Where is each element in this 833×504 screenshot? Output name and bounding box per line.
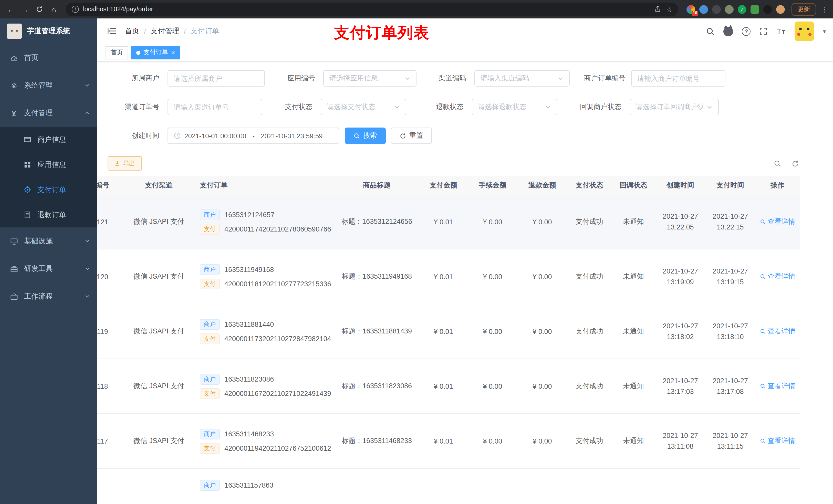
pay-status-select[interactable]: 请选择支付状态 <box>321 99 406 115</box>
col-actions: 操作 <box>755 181 800 190</box>
cell-paid: 2021-10-2713:22:15 <box>706 211 755 233</box>
page-annotation: 支付订单列表 <box>334 23 429 44</box>
create-time-range-picker[interactable]: 2021-10-01 00:00:00 - 2021-10-31 23:59:5… <box>168 127 339 144</box>
browser-reload-button[interactable] <box>33 3 46 16</box>
view-detail-link[interactable]: 查看详情 <box>760 217 795 226</box>
view-detail-link[interactable]: 查看详情 <box>760 382 795 391</box>
app: 芋道管理系统 首页 系统管理 ¥ 支付管理 商户信息 <box>0 19 833 504</box>
extension-icon-pinwheel[interactable] <box>763 5 772 14</box>
notify-status-placeholder: 请选择订单回调商户状态 <box>636 102 704 112</box>
logo-title: 芋道管理系统 <box>27 27 70 36</box>
merchant-select[interactable] <box>168 70 265 87</box>
breadcrumb-separator: / <box>144 27 146 35</box>
user-avatar[interactable] <box>795 22 814 41</box>
table-row: 118 微信 JSAPI 支付 商户1635311823086 支付420000… <box>97 359 800 414</box>
logo[interactable]: 芋道管理系统 <box>0 19 97 44</box>
refund-status-select[interactable]: 请选择退款状态 <box>472 99 557 115</box>
chrome-update-button[interactable]: 更新 <box>791 3 816 16</box>
yen-icon: ¥ <box>10 109 18 118</box>
tab-pay-order[interactable]: 支付订单 × <box>131 46 180 59</box>
url-text: localhost:1024/pay/order <box>83 6 650 13</box>
bookmark-star-icon[interactable]: ☆ <box>667 5 672 13</box>
chevron-down-icon <box>85 265 90 273</box>
sidebar-item-infra[interactable]: 基础设施 <box>0 227 97 255</box>
sidebar-item-merchant-info[interactable]: 商户信息 <box>0 127 97 152</box>
notify-status-select[interactable]: 请选择订单回调商户状态 <box>629 99 719 115</box>
pay-status-label: 支付状态 <box>278 102 321 112</box>
sidebar-item-pay-order[interactable]: 支付订单 <box>0 177 97 202</box>
cell-title: 标题：1635311949168 <box>335 272 419 281</box>
merchant-input[interactable] <box>174 74 259 82</box>
cell-created: 2021-10-2713:18:02 <box>655 321 706 342</box>
export-button[interactable]: 导出 <box>108 156 142 171</box>
merchant-order-no-input[interactable] <box>637 74 719 82</box>
sidebar-item-dev-tools[interactable]: 研发工具 <box>0 255 97 283</box>
refresh-table-icon[interactable] <box>791 160 799 167</box>
view-detail-link[interactable]: 查看详情 <box>760 327 795 336</box>
channel-code-select[interactable]: 请输入渠道编码 <box>474 70 570 87</box>
search-button[interactable]: 搜索 <box>345 127 386 144</box>
github-icon[interactable] <box>723 26 733 36</box>
browser-forward-button[interactable]: → <box>19 3 32 16</box>
cell-fee: ¥ 0.00 <box>468 273 518 281</box>
toggle-search-icon[interactable] <box>774 160 781 167</box>
gear-icon <box>10 82 18 89</box>
channel-order-no-field[interactable] <box>168 99 262 115</box>
view-detail-link[interactable]: 查看详情 <box>760 272 795 281</box>
site-info-icon[interactable]: i <box>72 6 79 13</box>
channel-order-no-input[interactable] <box>174 103 256 111</box>
sidebar-item-refund-order[interactable]: 退款订单 <box>0 202 97 227</box>
detail-search-icon <box>760 273 766 280</box>
browser-back-button[interactable]: ← <box>4 3 18 16</box>
toolbox-icon <box>10 265 18 273</box>
pay-status-placeholder: 请选择支付状态 <box>327 102 391 112</box>
avatar-caret-icon[interactable]: ▾ <box>823 28 826 34</box>
extension-icon-blue-drop[interactable] <box>699 5 708 14</box>
col-status: 支付状态 <box>567 181 612 190</box>
font-size-icon[interactable] <box>777 27 786 35</box>
pay-tag: 支付 <box>200 443 220 454</box>
col-title: 商品标题 <box>335 181 419 190</box>
merchant-tag: 商户 <box>200 209 220 220</box>
create-time-label: 创建时间 <box>113 131 168 140</box>
fullscreen-icon[interactable] <box>760 27 768 35</box>
search-icon[interactable] <box>706 27 715 35</box>
cell-id: 117 <box>97 437 120 445</box>
tab-home[interactable]: 首页 <box>105 46 128 59</box>
sidebar-item-label: 支付管理 <box>24 109 53 118</box>
breadcrumb-home[interactable]: 首页 <box>125 27 139 36</box>
table-row-partial: 商户1635311157863 <box>97 469 800 504</box>
notify-status-label: 回调商户状态 <box>579 102 629 112</box>
col-created: 创建时间 <box>655 181 706 190</box>
view-detail-link[interactable]: 查看详情 <box>760 436 795 446</box>
breadcrumb-pay[interactable]: 支付管理 <box>151 27 179 36</box>
sidebar-item-workflow[interactable]: 工作流程 <box>0 283 97 310</box>
cell-order: 商户1635311157863 <box>197 480 335 491</box>
help-icon[interactable]: ? <box>742 27 751 35</box>
extension-icon-face[interactable] <box>776 5 785 14</box>
sidebar-item-system[interactable]: 系统管理 <box>0 72 97 99</box>
extension-icon-colorful[interactable]: 10 <box>687 5 695 14</box>
sidebar-item-home[interactable]: 首页 <box>0 44 97 72</box>
table-header: 编号 支付渠道 支付订单 商品标题 支付金额 手续金额 退款金额 支付状态 回调… <box>97 176 800 195</box>
sidebar-item-payment[interactable]: ¥ 支付管理 <box>0 99 97 127</box>
merchant-order-no: 1635311823086 <box>224 375 274 383</box>
cell-paid: 2021-10-2713:17:08 <box>706 376 755 397</box>
tab-close-icon[interactable]: × <box>171 49 175 56</box>
extension-icon-green-chat[interactable] <box>751 5 759 14</box>
sidebar-item-app-info[interactable]: 应用信息 <box>0 152 97 177</box>
app-select[interactable]: 请选择应用信息 <box>323 70 416 87</box>
extension-icon-dark-globe[interactable] <box>712 5 721 14</box>
reset-button[interactable]: 重置 <box>391 127 432 144</box>
sidebar-fold-icon[interactable] <box>102 22 121 41</box>
address-bar[interactable]: i localhost:1024/pay/order ☆ <box>66 2 678 16</box>
share-icon[interactable] <box>654 6 661 13</box>
browser-home-button[interactable]: ⌂ <box>47 3 61 16</box>
merchant-order-no-field[interactable] <box>631 70 725 87</box>
cell-amount: ¥ 0.01 <box>419 437 468 445</box>
extension-icon-olive[interactable] <box>725 5 734 14</box>
extension-icon-green-check[interactable]: ✓ <box>738 5 746 14</box>
browser-menu-icon[interactable]: ⋮ <box>820 5 829 13</box>
cell-actions: 查看详情 <box>755 217 800 226</box>
export-button-label: 导出 <box>123 159 135 168</box>
